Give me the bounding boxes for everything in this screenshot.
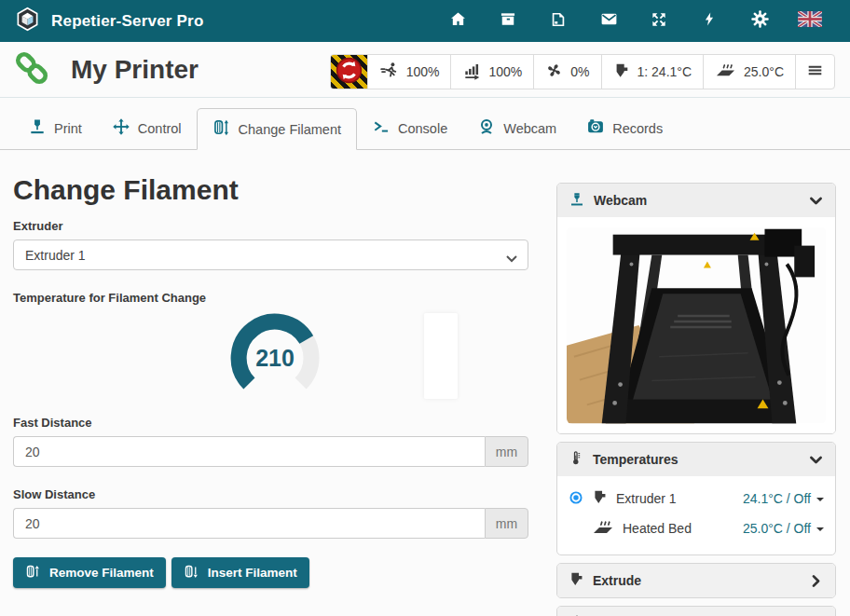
slow-distance-label: Slow Distance xyxy=(13,487,531,501)
printer-title: My Printer xyxy=(71,55,199,85)
extruder-icon xyxy=(592,489,608,508)
tab-records[interactable]: Records xyxy=(571,107,678,149)
extruder-temp-status[interactable]: 1: 24.1°C xyxy=(601,55,704,89)
bed-temp-value: 25.0°C xyxy=(744,64,784,79)
temperature-knob[interactable]: 210 xyxy=(224,311,326,408)
slow-distance-group: mm xyxy=(13,508,528,539)
filament-up-icon xyxy=(25,564,41,582)
speed-status[interactable]: 100% xyxy=(367,55,451,89)
tab-webcam[interactable]: Webcam xyxy=(462,107,571,149)
slow-distance-input[interactable] xyxy=(13,508,485,539)
bed-temp-dropdown[interactable]: 25.0°C / Off xyxy=(743,521,824,536)
webcam-panel-header[interactable]: Webcam xyxy=(557,184,835,217)
home-button[interactable] xyxy=(432,9,483,33)
app-window: Repetier-Server Pro My Printer 100% xyxy=(0,0,850,616)
heated-bed-icon xyxy=(715,60,736,84)
flow-status[interactable]: 100% xyxy=(450,55,533,89)
filament-actions: Remove Filament Insert Filament xyxy=(13,557,531,588)
webcam-panel-title: Webcam xyxy=(594,193,647,208)
messages-button[interactable] xyxy=(583,9,634,33)
move-arrows-icon xyxy=(112,117,130,139)
emergency-stop-icon xyxy=(334,55,364,89)
bed-temp-status[interactable]: 25.0°C xyxy=(703,55,795,89)
temperatures-list: Extruder 1 24.1°C / Off Heated Bed 25.0°… xyxy=(557,476,835,554)
speed-icon xyxy=(379,61,399,83)
tab-control[interactable]: Control xyxy=(97,107,197,149)
emergency-stop-button[interactable] xyxy=(331,55,367,89)
temperature-value: 210 xyxy=(255,345,295,371)
temperature-label: Temperature for Filament Change xyxy=(13,291,531,305)
content-area: Change Filament Extruder Extruder 1 Temp… xyxy=(0,174,850,588)
extruder-temp-dropdown[interactable]: 24.1°C / Off xyxy=(743,491,824,506)
brand-title: Repetier-Server Pro xyxy=(51,12,203,31)
power-icon xyxy=(702,10,718,32)
manual-button[interactable] xyxy=(533,10,583,33)
printers-button[interactable] xyxy=(483,10,533,33)
brand[interactable]: Repetier-Server Pro xyxy=(15,7,203,35)
extrude-panel-title: Extrude xyxy=(593,573,641,588)
top-navbar: Repetier-Server Pro xyxy=(0,0,850,42)
temperature-row-bed: Heated Bed 25.0°C / Off xyxy=(569,513,824,543)
tab-print[interactable]: Print xyxy=(13,107,97,149)
filament-down-icon xyxy=(184,564,199,582)
heated-bed-icon xyxy=(592,516,614,541)
webcam-feed xyxy=(557,217,835,433)
temperatures-panel-header[interactable]: Temperatures xyxy=(557,443,835,476)
tab-control-label: Control xyxy=(138,121,182,136)
flow-icon xyxy=(462,62,481,83)
webcam-icon xyxy=(477,117,496,139)
bed-temp-reading: 25.0°C / Off xyxy=(743,521,811,536)
sidebar: Webcam xyxy=(556,183,836,616)
chevron-down-icon xyxy=(808,193,824,209)
thermometer-icon xyxy=(569,450,584,469)
insert-filament-button[interactable]: Insert Filament xyxy=(171,557,309,588)
caret-down-icon xyxy=(816,527,824,535)
power-button[interactable] xyxy=(684,10,734,32)
extruder-temp-reading: 24.1°C / Off xyxy=(743,491,811,506)
fast-distance-unit: mm xyxy=(485,436,528,467)
flow-value: 100% xyxy=(488,64,522,79)
extruder-icon xyxy=(613,62,630,82)
temperatures-panel: Temperatures Extruder 1 24.1°C / Off xyxy=(556,442,836,555)
temperature-knob-input xyxy=(424,313,458,399)
camera-record-icon xyxy=(586,117,605,139)
selected-radio-icon[interactable] xyxy=(569,490,583,508)
home-icon xyxy=(448,9,468,33)
fullscreen-button[interactable] xyxy=(634,10,684,33)
messages-icon xyxy=(599,9,619,33)
remove-filament-button[interactable]: Remove Filament xyxy=(13,557,166,588)
printer-header: My Printer 100% 100% 0% 1: 24.1°C xyxy=(0,42,850,98)
fullscreen-icon xyxy=(650,10,668,33)
chevron-down-icon xyxy=(808,452,824,468)
printer-menu-button[interactable] xyxy=(795,55,834,89)
extruder-select[interactable]: Extruder 1 xyxy=(13,240,528,270)
temperature-row-extruder: Extruder 1 24.1°C / Off xyxy=(569,484,824,513)
tab-records-label: Records xyxy=(612,121,663,136)
tab-change-filament[interactable]: Change Filament xyxy=(197,108,357,150)
extruder-select-wrap: Extruder 1 xyxy=(13,240,528,270)
navbar-actions xyxy=(432,9,835,33)
chevron-right-icon xyxy=(808,573,824,589)
temperature-gauge-row: 210 xyxy=(13,311,531,404)
extruder-icon xyxy=(569,571,584,590)
fan-status[interactable]: 0% xyxy=(533,55,600,89)
move-panel: Move xyxy=(556,606,836,616)
extruder-label: Extruder xyxy=(13,219,531,233)
language-button[interactable] xyxy=(785,11,835,31)
speed-value: 100% xyxy=(406,64,440,79)
tab-console[interactable]: Console xyxy=(357,107,462,149)
menu-icon xyxy=(807,62,823,81)
insert-filament-label: Insert Filament xyxy=(208,566,297,580)
tab-change-filament-label: Change Filament xyxy=(239,122,341,137)
printer-tabs: Print Control Change Filament Console We… xyxy=(0,107,850,150)
extrude-panel-header[interactable]: Extrude xyxy=(557,564,835,597)
move-panel-header[interactable]: Move xyxy=(557,607,835,616)
settings-button[interactable] xyxy=(734,9,785,33)
printer-connected-chain-icon xyxy=(11,48,52,92)
manual-icon xyxy=(549,10,568,33)
fast-distance-input[interactable] xyxy=(13,436,485,467)
printer-status-bar: 100% 100% 0% 1: 24.1°C 25.0°C xyxy=(330,54,835,89)
tab-console-label: Console xyxy=(398,121,447,136)
tab-print-label: Print xyxy=(54,121,82,136)
webcam-panel: Webcam xyxy=(556,183,836,434)
